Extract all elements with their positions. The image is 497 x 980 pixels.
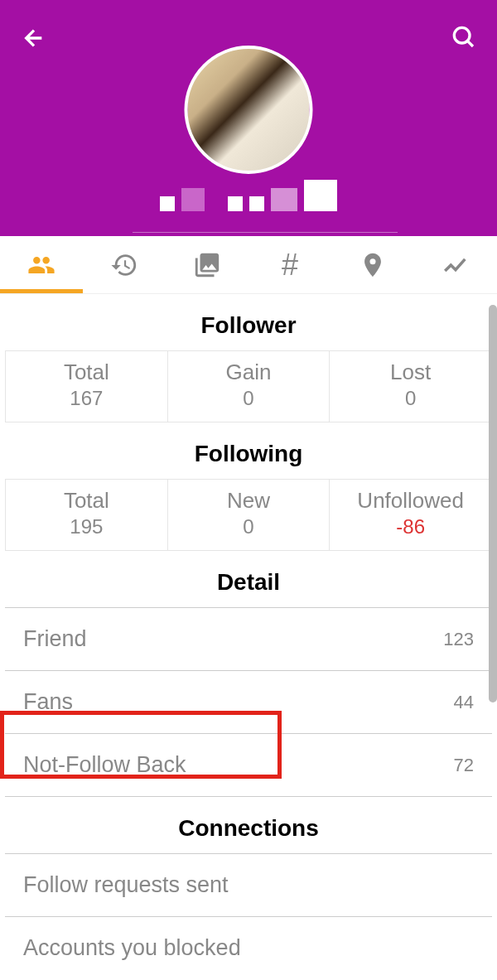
stat-value: -86 (330, 515, 491, 538)
stat-value: 0 (330, 387, 491, 410)
detail-not-follow-back[interactable]: Not-Follow Back 72 (5, 734, 492, 797)
list-label: Friend (23, 626, 87, 652)
tab-bar: # (0, 236, 497, 294)
svg-point-0 (454, 27, 470, 43)
follower-title: Follower (0, 294, 497, 350)
connections-blocked[interactable]: Accounts you blocked (5, 917, 492, 979)
name-underline (133, 232, 398, 233)
stat-label: Total (6, 488, 167, 514)
stat-value: 195 (6, 515, 167, 538)
connections-follow-requests[interactable]: Follow requests sent (5, 854, 492, 917)
tab-history[interactable] (83, 236, 166, 293)
profile-avatar[interactable] (185, 46, 313, 174)
follower-stats: Total 167 Gain 0 Lost 0 (5, 350, 492, 422)
following-new[interactable]: New 0 (168, 480, 331, 550)
follower-total[interactable]: Total 167 (6, 351, 168, 422)
tab-photos[interactable] (166, 236, 248, 293)
stat-label: Unfollowed (330, 488, 491, 514)
list-label: Fans (23, 689, 73, 715)
scrollbar-thumb[interactable] (489, 305, 497, 702)
following-title: Following (0, 422, 497, 479)
stat-value: 0 (168, 515, 330, 538)
stat-label: Gain (168, 360, 330, 385)
list-value: 72 (454, 755, 474, 776)
stat-value: 0 (168, 387, 330, 410)
list-label: Follow requests sent (23, 872, 229, 898)
tab-trends[interactable] (414, 236, 497, 293)
detail-fans[interactable]: Fans 44 (5, 671, 492, 734)
profile-header (0, 0, 497, 236)
detail-friend[interactable]: Friend 123 (5, 608, 492, 671)
following-stats: Total 195 New 0 Unfollowed -86 (5, 479, 492, 551)
stat-value: 167 (6, 387, 167, 410)
follower-gain[interactable]: Gain 0 (168, 351, 331, 422)
stat-label: New (168, 488, 330, 514)
profile-name-redacted (160, 180, 337, 211)
tab-people[interactable] (0, 236, 83, 293)
tab-hashtag[interactable]: # (248, 236, 331, 293)
list-label: Not-Follow Back (23, 752, 186, 778)
scrollbar[interactable] (489, 305, 497, 968)
list-label: Accounts you blocked (23, 935, 241, 961)
following-total[interactable]: Total 195 (6, 480, 168, 550)
list-value: 44 (454, 692, 474, 713)
following-unfollowed[interactable]: Unfollowed -86 (330, 480, 491, 550)
list-value: 123 (443, 629, 474, 650)
stat-label: Lost (330, 360, 491, 385)
detail-title: Detail (0, 551, 497, 607)
tab-location[interactable] (331, 236, 414, 293)
stat-label: Total (6, 360, 167, 385)
follower-lost[interactable]: Lost 0 (330, 351, 491, 422)
search-button[interactable] (450, 23, 476, 53)
back-button[interactable] (21, 25, 47, 55)
connections-title: Connections (0, 797, 497, 853)
